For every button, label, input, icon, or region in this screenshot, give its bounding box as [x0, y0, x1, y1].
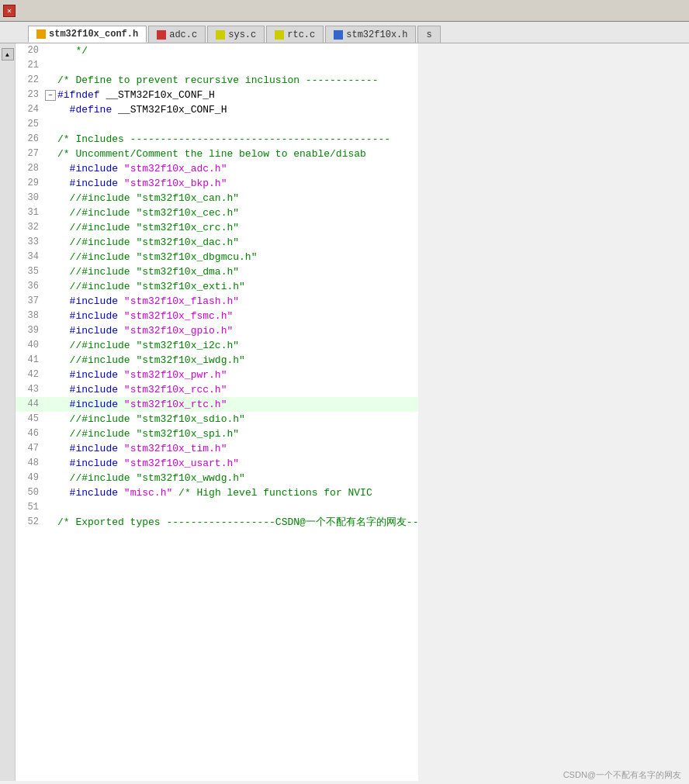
title-bar: ✕	[0, 0, 689, 22]
tab-icon-red	[157, 30, 166, 40]
code-content: //#include "stm32f10x_iwdg.h"	[57, 353, 245, 368]
line-number: 30	[16, 191, 39, 205]
code-line: 31 //#include "stm32f10x_cec.h"	[16, 205, 418, 220]
code-line: 37 #include "stm32f10x_flash.h"	[16, 294, 418, 309]
code-line: 27/* Uncomment/Comment the line below to…	[16, 147, 418, 161]
tab-label: stm32f10x_conf.h	[49, 29, 138, 40]
line-number: 36	[16, 279, 39, 294]
tab-more-label: s	[426, 29, 431, 40]
tab-icon-yellow	[216, 30, 225, 40]
code-content	[57, 500, 64, 515]
code-content: #include "stm32f10x_usart.h"	[57, 456, 239, 471]
code-line: 41 //#include "stm32f10x_iwdg.h"	[16, 353, 418, 368]
code-line: 26/* Includes --------------------------…	[16, 132, 418, 147]
line-number: 48	[16, 456, 39, 471]
code-display: 20 */21 22/* Define to prevent recursive…	[16, 43, 418, 781]
code-content: /* Uncomment/Comment the line below to e…	[57, 147, 366, 161]
code-line: 38 #include "stm32f10x_fsmc.h"	[16, 309, 418, 323]
tab-icon-orange	[36, 29, 46, 39]
code-line: 20 */	[16, 43, 418, 58]
line-number: 32	[16, 220, 39, 235]
line-number: 34	[16, 250, 39, 264]
line-number: 42	[16, 368, 39, 382]
line-number: 52	[16, 515, 39, 530]
editor-container: 20 */21 22/* Define to prevent recursive…	[16, 43, 418, 781]
code-line: 21	[16, 58, 418, 73]
code-content: //#include "stm32f10x_dbgmcu.h"	[57, 250, 257, 264]
editor-wrapper: ▲ 20 */21 22/* Define to prevent recursi…	[0, 43, 689, 781]
code-content: //#include "stm32f10x_i2c.h"	[57, 338, 239, 353]
line-number: 33	[16, 235, 39, 250]
code-content: //#include "stm32f10x_can.h"	[57, 191, 239, 205]
watermark: CSDN@一个不配有名字的网友	[563, 769, 681, 781]
line-number: 38	[16, 309, 39, 323]
code-content: #include "stm32f10x_gpio.h"	[57, 323, 233, 338]
code-content: //#include "stm32f10x_sdio.h"	[57, 412, 245, 427]
code-line: 43 #include "stm32f10x_rcc.h"	[16, 382, 418, 397]
code-content: //#include "stm32f10x_cec.h"	[57, 205, 239, 220]
code-content: #include "stm32f10x_fsmc.h"	[57, 309, 233, 323]
code-content: /* Define to prevent recursive inclusion…	[57, 73, 378, 88]
code-content: #include "stm32f10x_rcc.h"	[57, 382, 227, 397]
line-number: 41	[16, 353, 39, 368]
code-line: 22/* Define to prevent recursive inclusi…	[16, 73, 418, 88]
line-number: 43	[16, 382, 39, 397]
tab-sys[interactable]: sys.c	[207, 26, 265, 43]
code-line: 44 #include "stm32f10x_rtc.h"	[16, 397, 418, 412]
close-button[interactable]: ✕	[3, 5, 16, 17]
code-line: 40 //#include "stm32f10x_i2c.h"	[16, 338, 418, 353]
line-number: 44	[16, 397, 39, 412]
tab-label: rtc.c	[287, 29, 315, 40]
code-line: 52/* Exported types ------------------CS…	[16, 515, 418, 530]
code-line: 42 #include "stm32f10x_pwr.h"	[16, 368, 418, 382]
code-line: 51	[16, 500, 418, 515]
code-content: //#include "stm32f10x_crc.h"	[57, 220, 239, 235]
line-number: 47	[16, 441, 39, 456]
code-line: 29 #include "stm32f10x_bkp.h"	[16, 176, 418, 191]
code-line: 35 //#include "stm32f10x_dma.h"	[16, 264, 418, 279]
code-line: 48 #include "stm32f10x_usart.h"	[16, 456, 418, 471]
code-content: //#include "stm32f10x_exti.h"	[57, 279, 245, 294]
tab-adc[interactable]: adc.c	[148, 26, 206, 43]
tab-more[interactable]: s	[417, 26, 440, 43]
code-content: #include "stm32f10x_pwr.h"	[57, 368, 227, 382]
code-content: /* Includes ----------------------------…	[57, 132, 390, 147]
code-content: //#include "stm32f10x_dac.h"	[57, 235, 239, 250]
code-line: 47 #include "stm32f10x_tim.h"	[16, 441, 418, 456]
sidebar-left: ▲	[0, 43, 16, 781]
line-number: 50	[16, 485, 39, 500]
line-number: 31	[16, 205, 39, 220]
line-number: 26	[16, 132, 39, 147]
line-number: 35	[16, 264, 39, 279]
tab-rtc[interactable]: rtc.c	[266, 26, 324, 43]
code-line: 34 //#include "stm32f10x_dbgmcu.h"	[16, 250, 418, 264]
tab-label: adc.c	[169, 29, 197, 40]
code-content	[57, 117, 64, 132]
line-number: 37	[16, 294, 39, 309]
line-number: 21	[16, 58, 39, 73]
tab-stm32f10x-conf[interactable]: stm32f10x_conf.h	[28, 26, 147, 43]
line-number: 24	[16, 102, 39, 117]
line-number: 51	[16, 500, 39, 515]
code-content: #include "stm32f10x_flash.h"	[57, 294, 239, 309]
scroll-up-button[interactable]: ▲	[2, 48, 14, 60]
fold-marker[interactable]: −	[45, 90, 56, 101]
line-number: 25	[16, 117, 39, 132]
code-content: //#include "stm32f10x_spi.h"	[57, 427, 239, 441]
code-content: #include "stm32f10x_rtc.h"	[57, 397, 227, 412]
tab-stm32f10x-h[interactable]: stm32f10x.h	[325, 26, 416, 43]
code-line: 30 //#include "stm32f10x_can.h"	[16, 191, 418, 205]
code-line: 28 #include "stm32f10x_adc.h"	[16, 161, 418, 176]
code-content: //#include "stm32f10x_dma.h"	[57, 264, 239, 279]
line-number: 22	[16, 73, 39, 88]
code-content	[57, 58, 64, 73]
code-content: #include "stm32f10x_tim.h"	[57, 441, 227, 456]
tab-icon-yellow2	[275, 30, 284, 40]
code-content: #define __STM32F10x_CONF_H	[57, 102, 227, 117]
code-content: #ifndef __STM32F10x_CONF_H	[57, 88, 215, 102]
code-line: 49 //#include "stm32f10x_wwdg.h"	[16, 471, 418, 485]
line-number: 45	[16, 412, 39, 427]
line-number: 23	[16, 88, 39, 102]
code-line: 32 //#include "stm32f10x_crc.h"	[16, 220, 418, 235]
code-content: #include "stm32f10x_adc.h"	[57, 161, 227, 176]
